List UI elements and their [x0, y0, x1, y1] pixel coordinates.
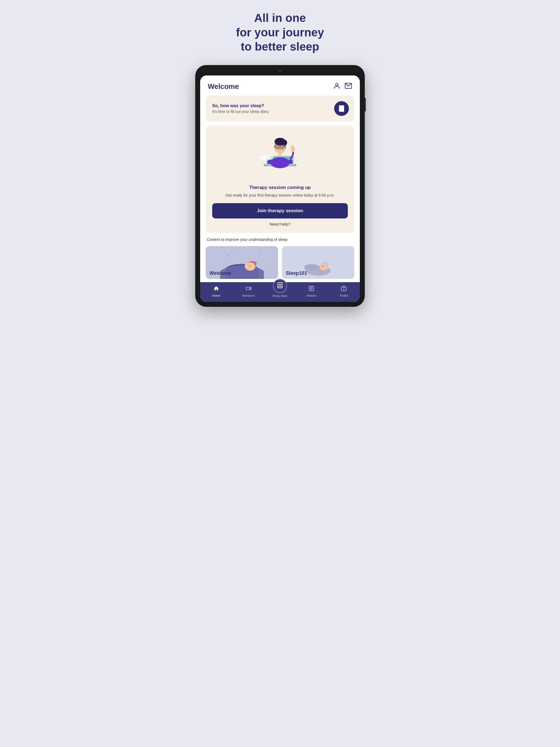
therapy-session-card: Therapy session coming up Get ready for … — [206, 126, 354, 233]
app-header: Welcome — [200, 75, 360, 96]
header-icons — [333, 82, 352, 91]
therapy-illustration — [206, 126, 354, 180]
sleep-diary-subtitle: It's time to fill out your sleep diary. — [212, 109, 269, 114]
svg-text:★: ★ — [226, 254, 229, 258]
page-headline: All in one for your journey to better sl… — [236, 11, 324, 54]
headline-line2: for your journey — [236, 26, 324, 39]
tablet-frame: Welcome — [195, 65, 365, 307]
tablet-camera — [279, 70, 281, 73]
svg-rect-39 — [246, 287, 250, 289]
nav-label-articles: Articles — [307, 294, 316, 297]
nav-item-home[interactable]: Home — [208, 285, 225, 297]
svg-point-22 — [277, 146, 279, 148]
nav-item-sessions[interactable]: Sessions — [240, 285, 257, 297]
svg-point-29 — [259, 155, 266, 160]
app-content: So, how was your sleep? It's time to fil… — [200, 96, 360, 282]
sleep-diary-card: So, how was your sleep? It's time to fil… — [206, 96, 354, 121]
content-card-welcome-label: Welcome — [209, 271, 231, 276]
nav-item-articles[interactable]: Articles — [303, 285, 320, 297]
content-cards-row: ★ ✦ ✦ Welcome — [206, 246, 354, 279]
sleep-diary-title: So, how was your sleep? — [212, 103, 269, 108]
svg-point-0 — [335, 83, 338, 85]
sleep-diary-icon-button[interactable] — [334, 101, 349, 116]
svg-point-26 — [284, 146, 286, 148]
svg-marker-40 — [250, 287, 251, 289]
sleep-diary-text: So, how was your sleep? It's time to fil… — [212, 103, 269, 114]
join-therapy-session-button[interactable]: Join therapy session — [212, 203, 348, 218]
bottom-navigation: Home Sessions — [200, 282, 360, 302]
nav-item-toolkit[interactable]: Toolkit — [335, 285, 352, 297]
svg-point-23 — [282, 146, 283, 148]
svg-line-10 — [291, 146, 291, 147]
sleep-diary-nav-icon — [277, 282, 283, 290]
home-icon — [213, 285, 219, 293]
therapy-card-description: Get ready for your first therapy session… — [212, 192, 348, 198]
book-icon — [338, 105, 345, 112]
sleep101-svg — [305, 249, 332, 276]
sleep-diary-nav-button[interactable] — [273, 279, 287, 293]
content-section-label: Content to improve your understanding of… — [206, 237, 354, 242]
nav-label-toolkit: Toolkit — [339, 294, 348, 297]
mail-icon[interactable] — [345, 82, 352, 91]
sessions-icon — [246, 285, 252, 293]
svg-text:✦: ✦ — [258, 253, 261, 256]
need-help-link[interactable]: Need help? — [212, 222, 348, 228]
svg-point-8 — [271, 157, 289, 168]
nav-label-sleep-diary: Sleep diary — [272, 294, 287, 298]
tablet-side-button — [365, 98, 366, 111]
therapy-card-title: Therapy session coming up — [212, 185, 348, 190]
svg-point-25 — [274, 146, 276, 148]
svg-line-11 — [292, 145, 292, 147]
content-card-welcome[interactable]: ★ ✦ ✦ Welcome — [206, 246, 278, 279]
svg-point-28 — [266, 154, 274, 159]
tablet-screen: Welcome — [200, 75, 360, 302]
headline-line1: All in one — [254, 11, 306, 24]
nav-item-sleep-diary[interactable]: Sleep diary — [272, 285, 287, 298]
toolkit-icon — [341, 285, 347, 293]
content-card-sleep101-label: Sleep101 — [286, 271, 307, 276]
nav-label-sessions: Sessions — [242, 294, 255, 297]
therapy-card-body: Therapy session coming up Get ready for … — [206, 180, 354, 233]
headline-line3: to better sleep — [240, 40, 319, 53]
profile-icon[interactable] — [333, 82, 341, 91]
app-title: Welcome — [208, 82, 239, 91]
svg-text:✦: ✦ — [231, 251, 233, 254]
therapist-illustration-svg — [255, 129, 305, 180]
articles-icon — [308, 285, 314, 293]
content-card-sleep101[interactable]: Sleep101 — [282, 246, 354, 279]
nav-label-home: Home — [212, 294, 220, 297]
